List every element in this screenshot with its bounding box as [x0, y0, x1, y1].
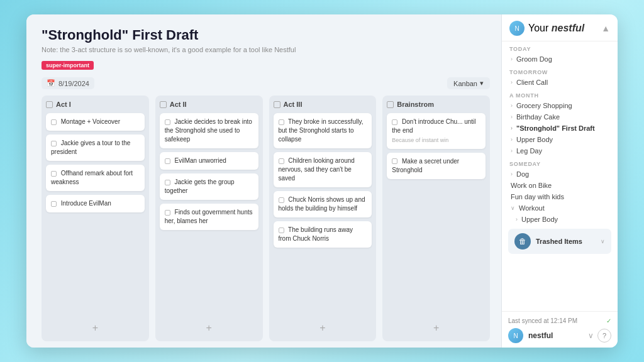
card-checkbox[interactable] — [392, 158, 397, 164]
card-checkbox[interactable] — [165, 210, 170, 216]
table-row[interactable]: They broke in successfully, but the Stro… — [274, 113, 372, 148]
card-text: Finds out government hunts her, blames h… — [165, 209, 253, 224]
table-row[interactable]: Don't introduce Chu... until the end Bec… — [387, 113, 486, 149]
sidebar-item-leg-day[interactable]: › Leg Day — [502, 145, 618, 156]
table-row[interactable]: Introduce EvilMan — [46, 195, 145, 212]
sidebar-item-work-on-bike[interactable]: Work on Bike — [502, 180, 618, 191]
brand-prefix: Your — [528, 23, 552, 33]
arrow-icon: › — [511, 125, 513, 131]
page-header: "Stronghold" First Draft Note: the 3-act… — [42, 27, 490, 75]
sidebar-item-label: Birthday Cake — [516, 113, 610, 121]
card-checkbox[interactable] — [279, 158, 284, 164]
table-row[interactable]: Finds out government hunts her, blames h… — [160, 204, 258, 230]
sidebar-item-birthday-cake[interactable]: › Birthday Cake — [502, 111, 618, 123]
sidebar-item-label: Upper Body — [521, 216, 610, 223]
add-card-brainstrom[interactable]: + — [387, 320, 486, 336]
card-checkbox[interactable] — [279, 119, 284, 125]
sidebar-item-label: Leg Day — [516, 147, 610, 155]
table-row[interactable]: Jackie gives a tour to the president — [46, 134, 145, 161]
tag-super-important: super-important — [42, 61, 94, 70]
sync-row: Last synced at 12:14 PM ✓ — [508, 316, 611, 328]
table-row[interactable]: The building runs away from Chuck Norris — [274, 221, 372, 248]
chevron-down-icon: ∨ — [588, 331, 594, 340]
arrow-icon: › — [511, 148, 513, 154]
date-badge[interactable]: 📅 8/19/2024 — [42, 77, 94, 89]
col-checkbox-act3[interactable] — [274, 101, 280, 108]
user-name: nestful — [528, 331, 583, 340]
card-checkbox[interactable] — [165, 119, 170, 125]
sidebar-item-label: Dog — [516, 170, 610, 178]
card-text: Offhand remark about fort weakness — [51, 170, 133, 185]
col-title-act3: Act III — [284, 101, 303, 108]
arrow-icon: › — [511, 102, 513, 109]
arrow-icon: › — [511, 56, 513, 62]
add-card-act2[interactable]: + — [160, 320, 258, 336]
table-row[interactable]: EvilMan unworried — [160, 152, 258, 170]
sidebar-item-label: Work on Bike — [511, 182, 610, 189]
sidebar-item-upper-body[interactable]: › Upper Body — [502, 134, 618, 145]
card-checkbox[interactable] — [279, 197, 284, 203]
table-row[interactable]: Chuck Norris shows up and holds the buil… — [274, 191, 372, 217]
card-text: They broke in successfully, but the Stro… — [279, 118, 364, 143]
sidebar-item-workout[interactable]: ∨ Workout — [502, 202, 618, 214]
table-row[interactable]: Offhand remark about fort weakness — [46, 165, 145, 191]
col-title-brainstrom: Brainstrom — [397, 101, 434, 108]
brand-label: Your nestful — [528, 23, 584, 34]
sidebar-trashed-items[interactable]: 🗑 Trashed Items ∨ — [508, 229, 611, 254]
table-row[interactable]: Montage + Voiceover — [46, 113, 145, 131]
sidebar-header: N Your nestful ▲ — [502, 14, 618, 41]
table-row[interactable]: Jackie gets the group together — [160, 173, 258, 200]
card-text: Children looking around nervous, sad the… — [279, 157, 355, 182]
table-row[interactable]: Children looking around nervous, sad the… — [274, 152, 372, 187]
card-checkbox[interactable] — [165, 158, 170, 164]
sidebar-brand: N Your nestful — [509, 21, 584, 36]
add-card-act1[interactable]: + — [46, 320, 145, 336]
collapse-sidebar-button[interactable]: ▲ — [601, 23, 610, 33]
column-header-brainstrom: Brainstrom — [387, 101, 486, 108]
sidebar-item-client-call[interactable]: › Client Call — [502, 77, 618, 88]
col-checkbox-act2[interactable] — [160, 101, 167, 108]
user-row[interactable]: N nestful ∨ — [508, 328, 594, 343]
col-title-act2: Act II — [170, 101, 187, 108]
chevron-down-icon: ▾ — [480, 79, 484, 87]
chevron-down-icon: ∨ — [511, 205, 515, 211]
card-subtitle: Because of instant win — [392, 136, 480, 145]
card-checkbox[interactable] — [51, 141, 57, 146]
card-checkbox[interactable] — [51, 171, 57, 177]
column-header-act1: Act I — [46, 101, 145, 108]
sidebar-section-tomorrow-label: TOMORROW — [502, 65, 618, 77]
table-row[interactable]: Jackie decides to break into the Strongh… — [160, 113, 258, 148]
card-checkbox[interactable] — [51, 201, 57, 207]
sidebar-item-label: "Stronghold" First Draft — [516, 124, 610, 132]
page-title: "Stronghold" First Draft — [42, 27, 490, 43]
table-row[interactable]: Make a secret under Stronghold — [387, 153, 486, 179]
sidebar-section-someday-label: SOMEDAY — [502, 156, 618, 168]
sidebar-item-groom-dog[interactable]: › Groom Dog — [502, 53, 618, 65]
card-text: Jackie gives a tour to the president — [51, 140, 130, 155]
card-checkbox[interactable] — [279, 228, 284, 233]
card-checkbox[interactable] — [165, 180, 170, 185]
chevron-down-icon: ∨ — [601, 238, 605, 244]
view-selector[interactable]: Kanban ▾ — [447, 77, 490, 89]
sidebar-item-dog[interactable]: › Dog — [502, 168, 618, 180]
sidebar-item-grocery[interactable]: › Grocery Shopping — [502, 100, 618, 111]
card-checkbox[interactable] — [392, 119, 397, 125]
card-text: Introduce EvilMan — [61, 200, 111, 207]
sidebar-item-stronghold[interactable]: › "Stronghold" First Draft — [502, 123, 618, 134]
main-content: "Stronghold" First Draft Note: the 3-act… — [26, 14, 501, 348]
col-checkbox-brainstrom[interactable] — [387, 101, 394, 108]
trashed-label: Trashed Items — [536, 238, 596, 245]
add-card-act3[interactable]: + — [274, 320, 372, 336]
sync-text: Last synced at 12:14 PM — [508, 317, 577, 324]
brand-avatar: N — [509, 21, 525, 36]
column-header-act3: Act III — [274, 101, 372, 108]
sidebar-item-fun-day[interactable]: Fun day with kids — [502, 191, 618, 202]
help-button[interactable]: ? — [597, 329, 611, 343]
col-checkbox-act1[interactable] — [46, 101, 53, 108]
sidebar-item-label: Grocery Shopping — [516, 102, 610, 109]
trash-icon: 🗑 — [514, 233, 531, 250]
card-text: Chuck Norris shows up and holds the buil… — [279, 196, 365, 212]
kanban-column-act1: Act I Montage + Voiceover Jackie gives a… — [42, 96, 149, 341]
sidebar-item-upper-body-someday[interactable]: › Upper Body — [502, 214, 618, 225]
card-checkbox[interactable] — [51, 119, 57, 125]
